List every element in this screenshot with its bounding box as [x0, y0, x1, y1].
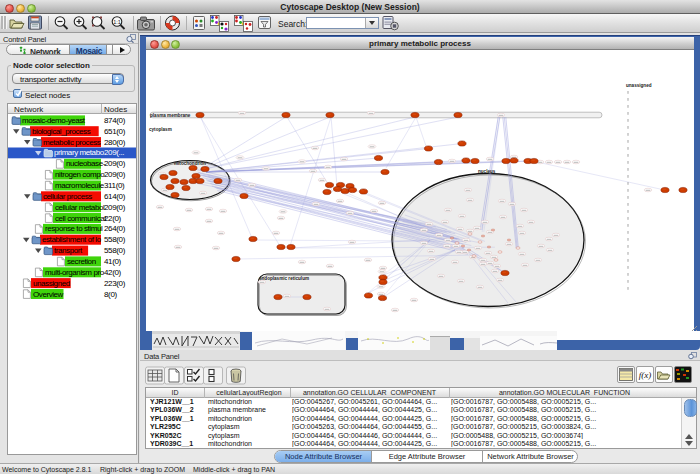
svg-text:response to stimul: response to stimul: [45, 224, 103, 233]
svg-text:nucleobase-: nucleobase-: [66, 159, 106, 168]
svg-text:41(0): 41(0): [104, 256, 122, 265]
svg-text:209(0): 209(0): [104, 202, 126, 211]
svg-text:plasma membrane: plasma membrane: [150, 113, 191, 118]
svg-text:f(x): f(x): [639, 370, 652, 380]
svg-text:cellular metabol: cellular metabol: [55, 202, 105, 211]
svg-text:unassigned: unassigned: [626, 83, 652, 88]
svg-text:209(...: 209(...: [104, 148, 124, 157]
svg-text:Overview: Overview: [33, 289, 64, 298]
svg-text:209(0): 209(0): [104, 159, 126, 168]
svg-text:22(0): 22(0): [104, 213, 122, 222]
svg-text:cellular process: cellular process: [43, 191, 92, 200]
svg-text:secretion: secretion: [67, 256, 96, 265]
svg-text:nitrogen compo: nitrogen compo: [55, 170, 105, 179]
svg-text:1:1: 1:1: [113, 19, 121, 25]
svg-text:unassigned: unassigned: [33, 278, 70, 287]
svg-text:multi-organism pro: multi-organism pro: [45, 267, 105, 276]
svg-text:transport: transport: [54, 246, 83, 255]
svg-text:endoplasmic reticulum: endoplasmic reticulum: [259, 276, 309, 281]
svg-text:874(0): 874(0): [104, 115, 126, 124]
svg-text:primary metabo: primary metabo: [54, 148, 105, 157]
svg-text:8(0): 8(0): [104, 289, 118, 298]
svg-text:223(0): 223(0): [104, 278, 126, 287]
svg-text:mitochondrion: mitochondrion: [174, 161, 206, 166]
svg-text:558(0): 558(0): [104, 246, 126, 255]
svg-text:macromolecule: macromolecule: [55, 181, 105, 190]
svg-text:614(0): 614(0): [104, 191, 126, 200]
svg-text:558(0): 558(0): [104, 235, 126, 244]
svg-text:biological_process: biological_process: [32, 126, 91, 135]
svg-text:651(0): 651(0): [104, 126, 126, 135]
svg-text:metabolic process: metabolic process: [43, 137, 101, 146]
svg-text:264(0): 264(0): [104, 224, 126, 233]
svg-text:209(0): 209(0): [104, 170, 126, 179]
svg-text:311(0): 311(0): [104, 181, 125, 190]
svg-text:establishment of lo: establishment of lo: [42, 235, 102, 244]
svg-text:mosaic-demo-yeast: mosaic-demo-yeast: [22, 115, 86, 124]
svg-text:cytoplasm: cytoplasm: [149, 127, 172, 132]
svg-text:42(0): 42(0): [104, 267, 122, 276]
svg-text:cell communicat: cell communicat: [55, 213, 107, 222]
svg-text:nucleus: nucleus: [478, 169, 496, 174]
svg-text:280(0): 280(0): [104, 137, 126, 146]
